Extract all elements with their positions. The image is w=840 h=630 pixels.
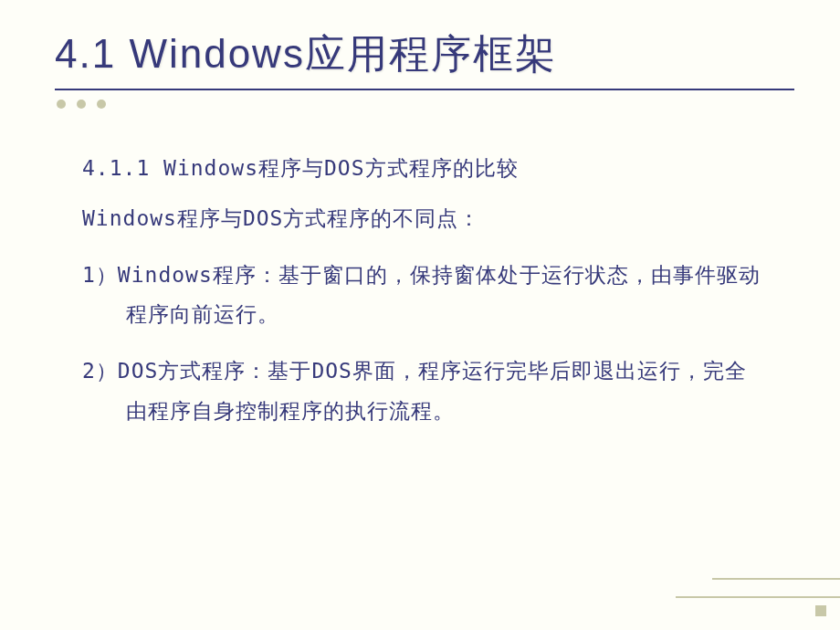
dot-icon xyxy=(97,100,106,109)
corner-decoration xyxy=(657,548,840,630)
title-section: 4.1 Windows应用程序框架 xyxy=(46,27,794,109)
corner-line-icon xyxy=(676,596,840,598)
title-underline xyxy=(55,89,794,90)
corner-square-icon xyxy=(815,605,826,616)
corner-line-icon xyxy=(712,578,840,580)
point-1: 1）Windows程序：基于窗口的，保持窗体处于运行状态，由事件驱动程序向前运行… xyxy=(82,256,767,335)
content-area: 4.1.1 Windows程序与DOS方式程序的比较 Windows程序与DOS… xyxy=(46,136,794,431)
intro-text: Windows程序与DOS方式程序的不同点： xyxy=(82,199,767,239)
slide-title: 4.1 Windows应用程序框架 xyxy=(55,27,794,81)
point-2: 2）DOS方式程序：基于DOS界面，程序运行完毕后即退出运行，完全由程序自身控制… xyxy=(82,352,767,431)
dot-icon xyxy=(57,100,66,109)
slide-container: 4.1 Windows应用程序框架 4.1.1 Windows程序与DOS方式程… xyxy=(0,0,840,630)
section-subtitle: 4.1.1 Windows程序与DOS方式程序的比较 xyxy=(82,154,767,183)
dot-icon xyxy=(77,100,86,109)
decorative-dots xyxy=(57,100,794,109)
